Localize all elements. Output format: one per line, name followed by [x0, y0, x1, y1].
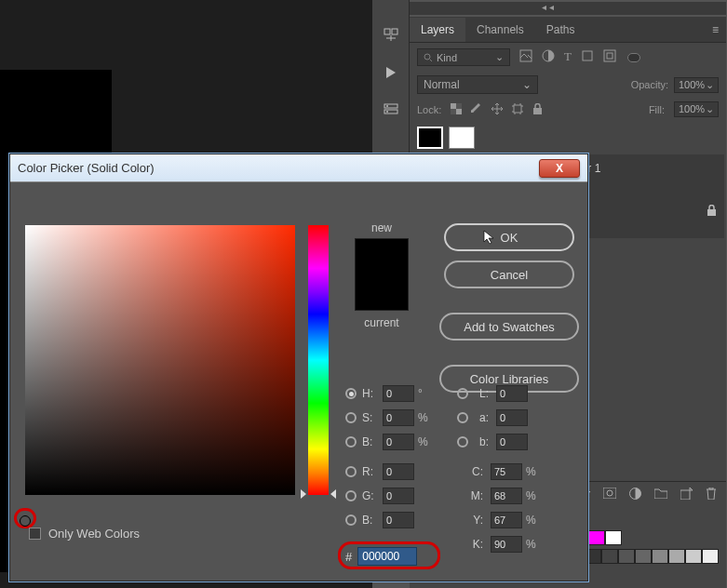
swatch[interactable] — [635, 549, 652, 564]
svg-rect-17 — [533, 108, 542, 114]
tab-channels[interactable]: Channels — [465, 18, 535, 42]
tab-paths[interactable]: Paths — [535, 18, 586, 42]
delete-layer-icon[interactable] — [706, 488, 717, 502]
swatch[interactable] — [702, 549, 719, 564]
panel-collapse-arrows[interactable]: ◂◂ — [372, 2, 726, 15]
swatch[interactable] — [652, 549, 668, 564]
radio-h[interactable] — [345, 388, 357, 399]
label-k: K: — [468, 538, 483, 551]
swatch[interactable] — [588, 530, 605, 545]
fill-value: 100% — [679, 103, 705, 115]
blend-mode-select[interactable]: Normal⌄ — [417, 75, 538, 94]
swatch[interactable] — [605, 530, 622, 545]
arrange-icon[interactable] — [372, 17, 410, 54]
svg-rect-11 — [607, 53, 613, 59]
input-y[interactable] — [491, 512, 522, 528]
swatch[interactable] — [685, 549, 702, 564]
input-g[interactable] — [383, 488, 414, 504]
svg-point-6 — [424, 54, 430, 60]
new-layer-icon[interactable] — [680, 488, 693, 502]
radio-s[interactable] — [345, 412, 357, 423]
highlight-annotation-hex — [338, 541, 440, 569]
input-lab-b[interactable] — [496, 434, 528, 450]
input-m[interactable] — [491, 488, 522, 504]
close-button[interactable]: X — [539, 159, 580, 178]
smartobj-filter-icon[interactable] — [603, 49, 616, 65]
swatch[interactable] — [618, 549, 635, 564]
lock-position-icon[interactable] — [491, 103, 503, 116]
saturation-value-field[interactable] — [25, 225, 295, 495]
pixel-filter-icon[interactable] — [519, 49, 532, 65]
color-picker-dialog: Color Picker (Solid Color) X new current… — [9, 154, 588, 581]
dialog-titlebar[interactable]: Color Picker (Solid Color) X — [10, 154, 587, 182]
lock-transparency-icon[interactable] — [451, 103, 462, 116]
layer-color-thumb[interactable] — [417, 127, 443, 149]
group-icon[interactable] — [654, 488, 667, 502]
radio-b[interactable] — [345, 436, 357, 448]
lock-artboard-icon[interactable] — [512, 103, 523, 116]
unit-deg: ° — [418, 387, 431, 400]
hue-slider[interactable] — [308, 225, 329, 495]
lock-paint-icon[interactable] — [471, 103, 482, 116]
label-r: R: — [362, 465, 379, 478]
swatch[interactable] — [601, 549, 618, 564]
panel-tabs: Layers Channels Paths ≡ — [410, 17, 726, 43]
label-y: Y: — [468, 514, 483, 527]
input-l[interactable] — [496, 385, 528, 402]
adjustment-filter-icon[interactable] — [542, 49, 555, 65]
radio-g[interactable] — [345, 490, 357, 501]
label-h: H: — [362, 387, 379, 400]
panel-menu-icon[interactable]: ≡ — [705, 23, 726, 36]
only-web-colors-checkbox[interactable] — [29, 528, 41, 540]
lock-icon — [707, 205, 717, 219]
layer-mask-icon[interactable] — [603, 488, 616, 502]
svg-rect-19 — [603, 488, 616, 499]
opacity-field[interactable]: 100%⌄ — [674, 77, 719, 93]
input-a[interactable] — [496, 409, 528, 426]
play-icon[interactable] — [372, 54, 410, 91]
shape-filter-icon[interactable] — [581, 49, 594, 65]
radio-l[interactable] — [457, 388, 468, 399]
cancel-button[interactable]: Cancel — [444, 261, 574, 288]
radio-b-rgb[interactable] — [345, 514, 357, 526]
hue-pointer-right — [330, 489, 336, 499]
input-k[interactable] — [491, 536, 522, 553]
filter-toggle[interactable] — [627, 53, 640, 62]
adjustment-layer-icon[interactable] — [629, 488, 641, 502]
svg-rect-18 — [707, 209, 716, 216]
tab-layers[interactable]: Layers — [410, 18, 465, 42]
radio-r[interactable] — [345, 466, 357, 477]
radio-a[interactable] — [457, 412, 468, 423]
label-b: B: — [362, 435, 379, 448]
history-icon[interactable] — [372, 91, 410, 128]
kind-label: Kind — [437, 52, 457, 63]
lock-all-icon[interactable] — [532, 103, 543, 116]
layer-kind-filter[interactable]: Kind ⌄ — [417, 48, 510, 66]
label-l: L: — [474, 387, 489, 400]
fill-field[interactable]: 100%⌄ — [674, 101, 719, 117]
input-b-rgb[interactable] — [383, 512, 414, 528]
label-c: C: — [468, 465, 483, 478]
label-lab-b: b: — [474, 435, 489, 448]
input-s[interactable] — [383, 409, 414, 426]
input-c[interactable] — [491, 463, 522, 480]
svg-rect-22 — [680, 490, 690, 500]
ok-button[interactable]: OK — [444, 223, 574, 251]
color-preview[interactable] — [355, 238, 409, 311]
new-color-label: new — [345, 221, 418, 234]
input-b-hsv[interactable] — [383, 434, 414, 450]
unit-pct: % — [418, 411, 431, 424]
type-filter-icon[interactable]: T — [564, 49, 572, 65]
layer-mask-thumb[interactable] — [449, 127, 475, 149]
svg-rect-14 — [456, 103, 462, 109]
radio-lab-b[interactable] — [457, 436, 468, 448]
add-to-swatches-button[interactable]: Add to Swatches — [439, 313, 579, 341]
label-b-rgb: B: — [362, 514, 379, 527]
swatch[interactable] — [668, 549, 685, 564]
input-r[interactable] — [383, 463, 414, 480]
input-h[interactable] — [383, 385, 414, 402]
svg-rect-1 — [392, 29, 397, 34]
only-web-colors-label: Only Web Colors — [48, 527, 140, 541]
opacity-label: Opacity: — [631, 79, 668, 90]
svg-rect-10 — [604, 50, 615, 61]
